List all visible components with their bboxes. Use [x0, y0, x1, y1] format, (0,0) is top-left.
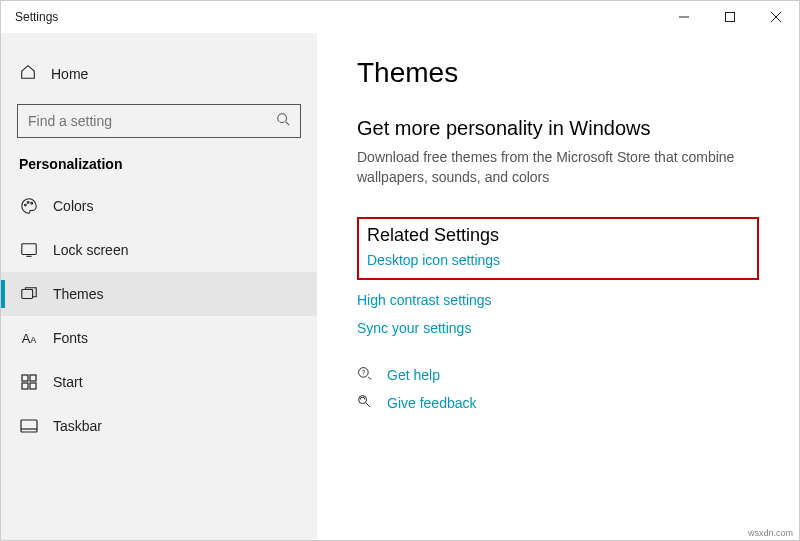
link-desktop-icon-settings[interactable]: Desktop icon settings	[367, 252, 749, 268]
sidebar-item-label: Themes	[53, 286, 104, 302]
related-settings-highlight: Related Settings Desktop icon settings	[357, 217, 759, 280]
link-give-feedback[interactable]: Give feedback	[387, 395, 477, 411]
lock-screen-icon	[19, 240, 39, 260]
sidebar-item-label: Start	[53, 374, 83, 390]
app-title: Settings	[15, 10, 58, 24]
store-description: Download free themes from the Microsoft …	[357, 148, 759, 187]
svg-rect-12	[22, 375, 28, 381]
main-content: Themes Get more personality in Windows D…	[317, 33, 799, 540]
sidebar-item-themes[interactable]: Themes	[1, 272, 317, 316]
svg-rect-11	[22, 290, 33, 299]
fonts-icon: AA	[19, 328, 39, 348]
help-icon: ?	[357, 366, 375, 384]
home-icon	[19, 63, 37, 84]
home-nav[interactable]: Home	[1, 53, 317, 94]
svg-rect-14	[22, 383, 28, 389]
sidebar-item-lock-screen[interactable]: Lock screen	[1, 228, 317, 272]
search-input[interactable]	[28, 113, 276, 129]
close-button[interactable]	[753, 1, 799, 33]
sidebar: Home Personalization Colors Lock screen …	[1, 33, 317, 540]
sidebar-item-label: Fonts	[53, 330, 88, 346]
svg-rect-15	[30, 383, 36, 389]
sidebar-item-colors[interactable]: Colors	[1, 184, 317, 228]
svg-rect-13	[30, 375, 36, 381]
sidebar-item-label: Taskbar	[53, 418, 102, 434]
maximize-button[interactable]	[707, 1, 753, 33]
taskbar-icon	[19, 416, 39, 436]
sidebar-item-taskbar[interactable]: Taskbar	[1, 404, 317, 448]
sidebar-item-label: Colors	[53, 198, 93, 214]
title-bar: Settings	[1, 1, 799, 33]
svg-rect-16	[21, 420, 37, 432]
svg-rect-9	[22, 244, 36, 255]
svg-rect-1	[726, 13, 735, 22]
svg-text:?: ?	[361, 369, 365, 376]
sidebar-item-label: Lock screen	[53, 242, 128, 258]
svg-point-6	[25, 204, 27, 206]
svg-point-4	[278, 114, 287, 123]
svg-point-7	[27, 202, 29, 204]
link-sync-settings[interactable]: Sync your settings	[357, 320, 759, 336]
link-get-help[interactable]: Get help	[387, 367, 440, 383]
store-heading: Get more personality in Windows	[357, 117, 759, 140]
link-high-contrast[interactable]: High contrast settings	[357, 292, 759, 308]
themes-icon	[19, 284, 39, 304]
related-heading: Related Settings	[367, 225, 749, 246]
window-controls	[661, 1, 799, 33]
feedback-icon	[357, 394, 375, 412]
svg-point-8	[31, 202, 33, 204]
search-box[interactable]	[17, 104, 301, 138]
attribution: wsxdn.com	[748, 528, 793, 538]
page-title: Themes	[357, 57, 759, 89]
palette-icon	[19, 196, 39, 216]
minimize-button[interactable]	[661, 1, 707, 33]
start-icon	[19, 372, 39, 392]
sidebar-item-start[interactable]: Start	[1, 360, 317, 404]
sidebar-section-label: Personalization	[1, 150, 317, 184]
sidebar-item-fonts[interactable]: AA Fonts	[1, 316, 317, 360]
search-icon	[276, 112, 290, 130]
svg-line-5	[286, 122, 290, 126]
home-label: Home	[51, 66, 88, 82]
